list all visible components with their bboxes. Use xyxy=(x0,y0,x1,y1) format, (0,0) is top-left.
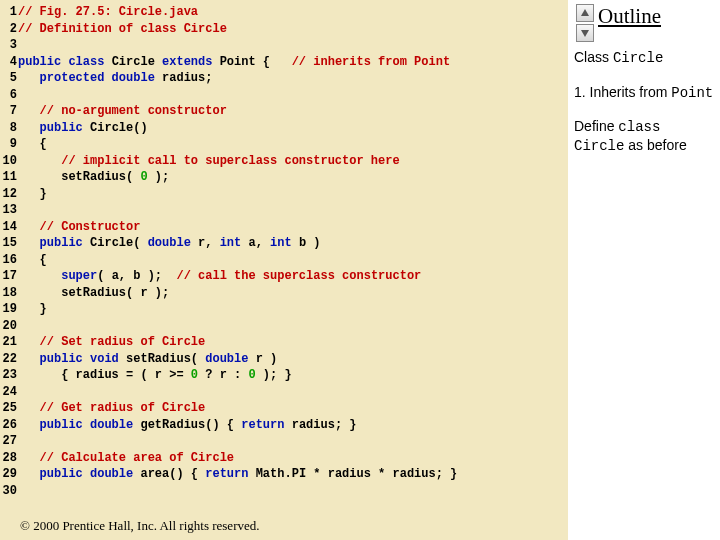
code-line: 8 public Circle() xyxy=(0,120,568,137)
line-text: public class Circle extends Point { // i… xyxy=(17,54,568,71)
line-number: 17 xyxy=(0,268,17,285)
line-text: } xyxy=(17,301,568,318)
line-text: { xyxy=(17,136,568,153)
line-number: 4 xyxy=(0,54,17,71)
line-number: 10 xyxy=(0,153,17,170)
line-text: // implicit call to superclass construct… xyxy=(17,153,568,170)
line-number: 18 xyxy=(0,285,17,302)
line-text: } xyxy=(17,186,568,203)
outline-notes: Class Circle1. Inherits from PointDefine… xyxy=(574,49,716,155)
line-number: 3 xyxy=(0,37,17,54)
line-number: 13 xyxy=(0,202,17,219)
code-body: 1// Fig. 27.5: Circle.java2// Definition… xyxy=(0,0,568,516)
line-text xyxy=(17,318,568,335)
code-line: 1// Fig. 27.5: Circle.java xyxy=(0,4,568,21)
line-number: 7 xyxy=(0,103,17,120)
line-number: 15 xyxy=(0,235,17,252)
line-text: public void setRadius( double r ) xyxy=(17,351,568,368)
line-text: // Constructor xyxy=(17,219,568,236)
line-number: 27 xyxy=(0,433,17,450)
code-line: 24 xyxy=(0,384,568,401)
code-line: 28 // Calculate area of Circle xyxy=(0,450,568,467)
line-text: // Definition of class Circle xyxy=(17,21,568,38)
code-line: 30 xyxy=(0,483,568,500)
line-text xyxy=(17,433,568,450)
code-line: 11 setRadius( 0 ); xyxy=(0,169,568,186)
outline-note: 1. Inherits from Point xyxy=(574,84,716,103)
line-number: 23 xyxy=(0,367,17,384)
code-line: 16 { xyxy=(0,252,568,269)
code-line: 3 xyxy=(0,37,568,54)
line-number: 9 xyxy=(0,136,17,153)
line-text xyxy=(17,202,568,219)
line-text: // Set radius of Circle xyxy=(17,334,568,351)
line-number: 25 xyxy=(0,400,17,417)
line-number: 30 xyxy=(0,483,17,500)
code-line: 26 public double getRadius() { return ra… xyxy=(0,417,568,434)
line-text: setRadius( r ); xyxy=(17,285,568,302)
line-text: // Get radius of Circle xyxy=(17,400,568,417)
code-line: 23 { radius = ( r >= 0 ? r : 0 ); } xyxy=(0,367,568,384)
line-text: public double area() { return Math.PI * … xyxy=(17,466,568,483)
line-text: super( a, b ); // call the superclass co… xyxy=(17,268,568,285)
code-line: 4public class Circle extends Point { // … xyxy=(0,54,568,71)
line-text: { xyxy=(17,252,568,269)
line-number: 2 xyxy=(0,21,17,38)
outline-heading: Outline xyxy=(598,4,716,29)
code-line: 18 setRadius( r ); xyxy=(0,285,568,302)
line-number: 24 xyxy=(0,384,17,401)
line-text xyxy=(17,87,568,104)
line-number: 14 xyxy=(0,219,17,236)
line-text: // no-argument constructor xyxy=(17,103,568,120)
line-number: 20 xyxy=(0,318,17,335)
line-text xyxy=(17,37,568,54)
line-number: 21 xyxy=(0,334,17,351)
code-line: 19 } xyxy=(0,301,568,318)
code-line: 5 protected double radius; xyxy=(0,70,568,87)
copyright-footer: © 2000 Prentice Hall, Inc. All rights re… xyxy=(0,516,568,540)
line-number: 8 xyxy=(0,120,17,137)
line-text: public Circle() xyxy=(17,120,568,137)
code-line: 9 { xyxy=(0,136,568,153)
line-number: 5 xyxy=(0,70,17,87)
code-line: 2// Definition of class Circle xyxy=(0,21,568,38)
line-number: 29 xyxy=(0,466,17,483)
code-panel: 1// Fig. 27.5: Circle.java2// Definition… xyxy=(0,0,568,540)
code-line: 20 xyxy=(0,318,568,335)
line-text: public double getRadius() { return radiu… xyxy=(17,417,568,434)
code-line: 27 xyxy=(0,433,568,450)
code-line: 14 // Constructor xyxy=(0,219,568,236)
code-line: 15 public Circle( double r, int a, int b… xyxy=(0,235,568,252)
code-line: 25 // Get radius of Circle xyxy=(0,400,568,417)
line-number: 19 xyxy=(0,301,17,318)
line-number: 16 xyxy=(0,252,17,269)
code-line: 13 xyxy=(0,202,568,219)
code-line: 6 xyxy=(0,87,568,104)
line-text: // Fig. 27.5: Circle.java xyxy=(17,4,568,21)
outline-sidebar: Outline Class Circle1. Inherits from Poi… xyxy=(568,0,720,540)
line-number: 1 xyxy=(0,4,17,21)
code-line: 7 // no-argument constructor xyxy=(0,103,568,120)
outline-note: Define class Circle as before xyxy=(574,118,716,155)
outline-note: Class Circle xyxy=(574,49,716,68)
line-text: setRadius( 0 ); xyxy=(17,169,568,186)
line-text: public Circle( double r, int a, int b ) xyxy=(17,235,568,252)
code-line: 17 super( a, b ); // call the superclass… xyxy=(0,268,568,285)
line-number: 6 xyxy=(0,87,17,104)
line-number: 22 xyxy=(0,351,17,368)
line-number: 11 xyxy=(0,169,17,186)
line-text: protected double radius; xyxy=(17,70,568,87)
code-line: 10 // implicit call to superclass constr… xyxy=(0,153,568,170)
line-text: // Calculate area of Circle xyxy=(17,450,568,467)
line-text: { radius = ( r >= 0 ? r : 0 ); } xyxy=(17,367,568,384)
line-number: 12 xyxy=(0,186,17,203)
code-line: 21 // Set radius of Circle xyxy=(0,334,568,351)
code-line: 12 } xyxy=(0,186,568,203)
line-number: 28 xyxy=(0,450,17,467)
line-text xyxy=(17,384,568,401)
line-number: 26 xyxy=(0,417,17,434)
code-line: 29 public double area() { return Math.PI… xyxy=(0,466,568,483)
code-line: 22 public void setRadius( double r ) xyxy=(0,351,568,368)
line-text xyxy=(17,483,568,500)
